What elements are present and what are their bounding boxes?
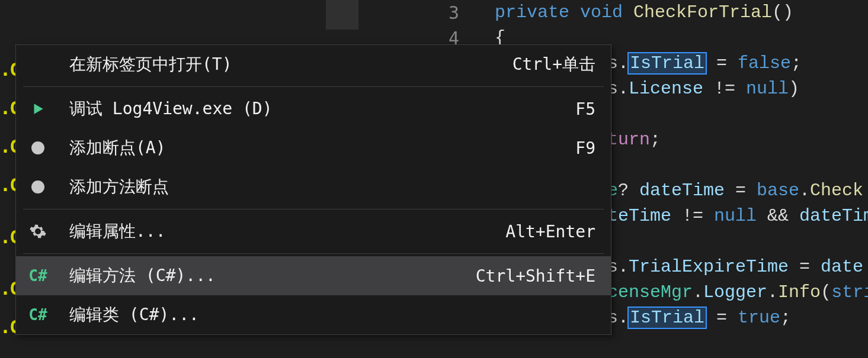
menu-item-shortcut: Ctrl+Shift+E xyxy=(476,266,595,286)
gutter-mark: .C xyxy=(0,314,13,340)
menu-separator xyxy=(23,253,604,254)
gutter-mark: .C xyxy=(0,275,13,301)
gutter: .C.C.C.C.C.C.C xyxy=(0,0,15,358)
menu-separator xyxy=(23,86,604,87)
edit-method-csharp[interactable]: C#编辑方法 (C#)...Ctrl+Shift+E xyxy=(16,256,611,295)
menu-item-label: 在新标签页中打开(T) xyxy=(69,53,513,76)
code-line: s.License != null) xyxy=(607,76,799,102)
menu-separator xyxy=(23,209,604,209)
minimap[interactable] xyxy=(326,0,358,30)
menu-item-label: 编辑属性... xyxy=(69,220,505,243)
menu-item-shortcut: Ctrl+单击 xyxy=(513,53,595,76)
code-line: s.IsTrial = false; xyxy=(607,51,802,76)
breakpoint-icon xyxy=(24,134,52,162)
menu-item-shortcut: F9 xyxy=(575,138,595,158)
menu-item-label: 添加方法断点 xyxy=(69,176,595,198)
edit-class-csharp[interactable]: C#编辑类 (C#)... xyxy=(16,295,611,334)
code-line: private void CheckForTrial() xyxy=(495,0,793,25)
gutter-mark: .C xyxy=(0,133,13,159)
menu-item-shortcut: Alt+Enter xyxy=(505,222,595,241)
code-line: s.IsTrial = true; xyxy=(607,305,791,331)
csharp-icon: C# xyxy=(24,262,52,289)
code-line: turn; xyxy=(607,127,661,153)
menu-item-label: 添加断点(A) xyxy=(69,137,575,159)
code-line: s.TrialExpireTime = date xyxy=(607,254,863,280)
menu-item-label: 调试 Log4View.exe (D) xyxy=(69,98,575,120)
add-method-breakpoint[interactable]: 添加方法断点 xyxy=(16,167,611,207)
code-line: censeMgr.Logger.Info(stri xyxy=(607,280,868,305)
line-number: 3 xyxy=(400,0,459,25)
menu-item-shortcut: F5 xyxy=(575,99,595,119)
open-in-new-tab[interactable]: 在新标签页中打开(T)Ctrl+单击 xyxy=(16,45,611,84)
gutter-mark: .C xyxy=(0,56,13,82)
play-icon xyxy=(24,95,52,122)
menu-item-label: 编辑方法 (C#)... xyxy=(69,265,476,287)
gutter-mark: .C xyxy=(0,172,13,198)
csharp-icon: C# xyxy=(24,301,52,328)
gear-icon xyxy=(24,218,52,245)
gutter-mark: .C xyxy=(0,95,13,121)
code-line: e? dateTime = base.Check xyxy=(607,178,863,204)
add-breakpoint[interactable]: 添加断点(A)F9 xyxy=(16,128,611,167)
breakpoint-icon xyxy=(24,173,52,201)
blank-icon xyxy=(24,51,52,78)
debug-exe[interactable]: 调试 Log4View.exe (D)F5 xyxy=(16,89,611,128)
gutter-mark: .C xyxy=(0,224,13,250)
context-menu[interactable]: 在新标签页中打开(T)Ctrl+单击调试 Log4View.exe (D)F5添… xyxy=(15,44,611,335)
edit-properties[interactable]: 编辑属性...Alt+Enter xyxy=(16,212,611,251)
menu-item-label: 编辑类 (C#)... xyxy=(69,304,595,326)
code-line: teTime != null && dateTim xyxy=(607,204,868,229)
